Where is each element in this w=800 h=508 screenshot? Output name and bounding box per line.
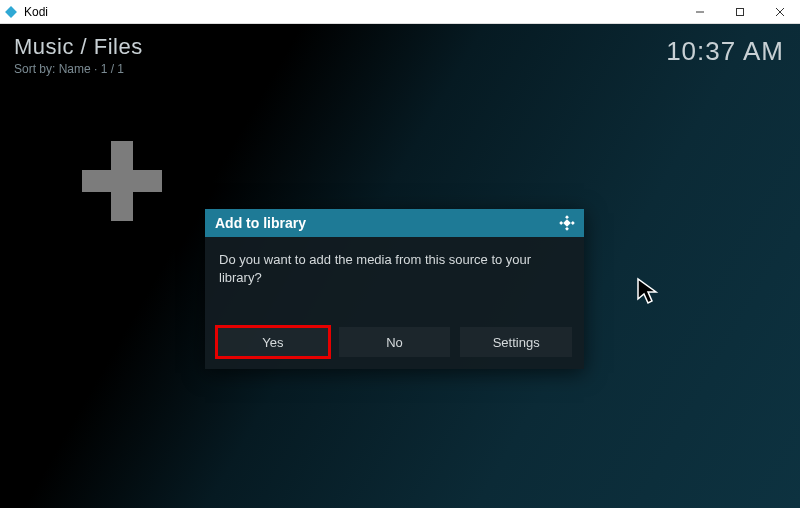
svg-rect-6 bbox=[565, 227, 569, 231]
settings-button[interactable]: Settings bbox=[460, 327, 572, 357]
kodi-app-icon bbox=[4, 5, 18, 19]
dialog-header: Add to library bbox=[205, 209, 584, 237]
dialog-button-row: Yes No Settings bbox=[205, 327, 584, 369]
window-title: Kodi bbox=[24, 5, 48, 19]
app-content: Music / Files Sort by: Name · 1 / 1 10:3… bbox=[0, 24, 800, 508]
breadcrumb: Music / Files Sort by: Name · 1 / 1 bbox=[14, 34, 143, 76]
maximize-button[interactable] bbox=[720, 0, 760, 23]
window-controls bbox=[680, 0, 800, 23]
svg-rect-2 bbox=[737, 8, 744, 15]
svg-rect-9 bbox=[563, 219, 571, 227]
yes-button[interactable]: Yes bbox=[217, 327, 329, 357]
no-button[interactable]: No bbox=[339, 327, 451, 357]
svg-rect-8 bbox=[571, 221, 575, 225]
breadcrumb-path: Music / Files bbox=[14, 34, 143, 60]
svg-rect-0 bbox=[5, 6, 17, 18]
kodi-logo-icon bbox=[558, 214, 576, 232]
sort-info: Sort by: Name · 1 / 1 bbox=[14, 62, 143, 76]
mouse-cursor-icon bbox=[636, 277, 662, 311]
add-to-library-dialog: Add to library Do you want to add the me… bbox=[205, 209, 584, 369]
svg-rect-5 bbox=[565, 215, 569, 219]
close-button[interactable] bbox=[760, 0, 800, 23]
dialog-title: Add to library bbox=[215, 215, 306, 231]
add-source-button[interactable] bbox=[78, 137, 166, 225]
svg-rect-7 bbox=[559, 221, 563, 225]
dialog-message: Do you want to add the media from this s… bbox=[205, 237, 584, 327]
minimize-button[interactable] bbox=[680, 0, 720, 23]
window-titlebar: Kodi bbox=[0, 0, 800, 24]
clock: 10:37 AM bbox=[666, 36, 784, 67]
